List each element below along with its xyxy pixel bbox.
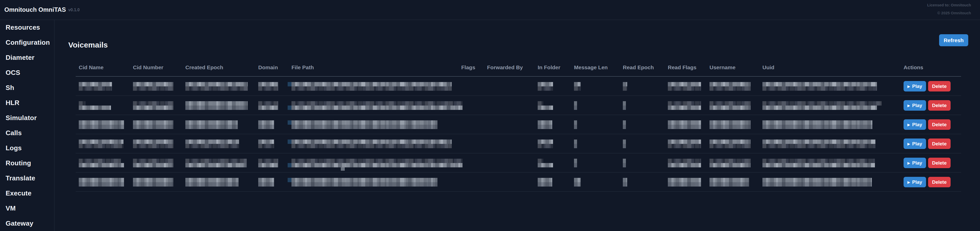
redacted-cell-cid_name bbox=[79, 159, 124, 168]
sidebar-item-execute[interactable]: Execute bbox=[0, 186, 54, 201]
redacted-cell-uuid bbox=[762, 120, 872, 129]
play-button[interactable]: ▶Play bbox=[904, 139, 926, 149]
sidebar: ResourcesConfigurationDiameterOCSShHLRSi… bbox=[0, 20, 54, 231]
redacted-cell-file_path bbox=[291, 82, 452, 91]
redacted-cell-cid_number bbox=[133, 120, 173, 129]
redacted-cell-read_flags bbox=[668, 159, 701, 168]
sidebar-item-ocs[interactable]: OCS bbox=[0, 65, 54, 80]
play-icon: ▶ bbox=[907, 142, 910, 146]
redacted-cell-username bbox=[710, 139, 751, 148]
table-row: ▶PlayDelete bbox=[76, 153, 961, 172]
top-bar: Omnitouch OmniTASv0.1.0 Licensed to: Omn… bbox=[0, 0, 980, 20]
redacted-cell-read_epoch bbox=[623, 178, 627, 187]
play-button-label: Play bbox=[912, 84, 922, 89]
sidebar-item-hlr[interactable]: HLR bbox=[0, 95, 54, 111]
sidebar-item-vm[interactable]: VM bbox=[0, 201, 54, 216]
redacted-cell-created_epoch bbox=[185, 139, 239, 148]
column-header-cid_name: Cid Name bbox=[79, 64, 103, 71]
license-info: Licensed to: Omnitouch © 2025 Omnitouch bbox=[927, 3, 971, 15]
redacted-cell-in_folder bbox=[538, 101, 553, 110]
redacted-cell-uuid bbox=[762, 101, 881, 110]
redacted-cell-file_path bbox=[291, 178, 438, 187]
delete-button[interactable]: Delete bbox=[928, 139, 951, 149]
redacted-cell-cid_number bbox=[133, 101, 173, 110]
play-icon: ▶ bbox=[907, 180, 910, 184]
redacted-cell-username bbox=[710, 178, 749, 187]
redacted-cell-read_flags bbox=[668, 82, 701, 91]
redacted-cell-cid_name bbox=[79, 139, 124, 148]
sidebar-item-diameter[interactable]: Diameter bbox=[0, 50, 54, 65]
table-row: ▶PlayDelete bbox=[76, 115, 961, 134]
redacted-cell-in_folder bbox=[538, 139, 553, 148]
redacted-lead-tile bbox=[288, 120, 291, 125]
column-header-forwarded_by: Forwarded By bbox=[487, 64, 523, 71]
column-header-username: Username bbox=[710, 64, 736, 71]
sidebar-item-logs[interactable]: Logs bbox=[0, 141, 54, 156]
column-header-read_epoch: Read Epoch bbox=[623, 64, 654, 71]
delete-button[interactable]: Delete bbox=[928, 158, 951, 168]
play-icon: ▶ bbox=[907, 103, 910, 108]
brand-name: Omnitouch OmniTAS bbox=[4, 6, 66, 13]
refresh-button[interactable]: Refresh bbox=[939, 34, 968, 46]
column-header-actions: Actions bbox=[904, 64, 923, 71]
redacted-cell-created_epoch bbox=[185, 82, 248, 91]
redacted-cell-domain bbox=[258, 82, 278, 91]
sidebar-item-calls[interactable]: Calls bbox=[0, 125, 54, 141]
redacted-cell-created_epoch bbox=[185, 120, 238, 129]
play-button[interactable]: ▶Play bbox=[904, 158, 926, 168]
redacted-cell-username bbox=[710, 101, 751, 110]
redacted-cell-uuid bbox=[762, 159, 875, 168]
redacted-cell-read_epoch bbox=[623, 82, 627, 91]
sidebar-item-routing[interactable]: Routing bbox=[0, 156, 54, 171]
redacted-lead-tile bbox=[288, 139, 291, 144]
redacted-cell-read_flags bbox=[668, 139, 701, 148]
redacted-cell-read_epoch bbox=[623, 139, 626, 148]
sidebar-item-configuration[interactable]: Configuration bbox=[0, 35, 54, 50]
redacted-cell-created_epoch bbox=[185, 159, 247, 168]
play-button[interactable]: ▶Play bbox=[904, 81, 926, 92]
redacted-cell-read_epoch bbox=[623, 120, 626, 129]
redacted-lead-tile bbox=[288, 82, 291, 86]
sidebar-item-sh[interactable]: Sh bbox=[0, 80, 54, 95]
table-row: ▶PlayDelete bbox=[76, 77, 961, 96]
play-icon: ▶ bbox=[907, 161, 910, 165]
redacted-cell-read_flags bbox=[668, 178, 701, 187]
redacted-cell-uuid bbox=[762, 139, 875, 148]
delete-button[interactable]: Delete bbox=[928, 119, 951, 130]
app-version: v0.1.0 bbox=[68, 8, 80, 12]
redacted-lead-tile bbox=[288, 178, 291, 182]
redacted-cell-message_len bbox=[574, 82, 581, 91]
redacted-cell-cid_number bbox=[133, 159, 173, 168]
delete-button[interactable]: Delete bbox=[928, 100, 951, 111]
play-button-label: Play bbox=[912, 103, 922, 108]
sidebar-item-translate[interactable]: Translate bbox=[0, 171, 54, 186]
column-header-domain: Domain bbox=[258, 64, 278, 71]
table-row: ▶PlayDelete bbox=[76, 134, 961, 153]
sidebar-item-simulator[interactable]: Simulator bbox=[0, 111, 54, 125]
redacted-cell-message_len bbox=[574, 101, 577, 110]
redacted-tail-tile bbox=[341, 168, 345, 171]
redacted-cell-message_len bbox=[574, 178, 581, 187]
redacted-cell-domain bbox=[258, 101, 278, 110]
redacted-cell-message_len bbox=[574, 120, 577, 129]
sidebar-item-gateway[interactable]: Gateway bbox=[0, 216, 54, 231]
redacted-cell-read_epoch bbox=[623, 159, 626, 168]
column-header-read_flags: Read Flags bbox=[668, 64, 697, 71]
sidebar-item-resources[interactable]: Resources bbox=[0, 20, 54, 35]
play-icon: ▶ bbox=[907, 123, 910, 127]
column-header-message_len: Message Len bbox=[574, 64, 608, 71]
play-button[interactable]: ▶Play bbox=[904, 100, 926, 111]
delete-button[interactable]: Delete bbox=[928, 81, 951, 92]
redacted-cell-cid_name bbox=[79, 82, 112, 91]
delete-button[interactable]: Delete bbox=[928, 177, 951, 187]
redacted-cell-domain bbox=[258, 178, 274, 187]
play-button[interactable]: ▶Play bbox=[904, 119, 926, 130]
play-button[interactable]: ▶Play bbox=[904, 177, 926, 187]
redacted-cell-in_folder bbox=[538, 178, 552, 187]
redacted-cell-in_folder bbox=[538, 159, 553, 168]
play-button-label: Play bbox=[912, 141, 922, 147]
redacted-cell-in_folder bbox=[538, 82, 553, 91]
column-header-created_epoch: Created Epoch bbox=[185, 64, 223, 71]
column-header-cid_number: Cid Number bbox=[133, 64, 163, 71]
redacted-cell-username bbox=[710, 82, 751, 91]
